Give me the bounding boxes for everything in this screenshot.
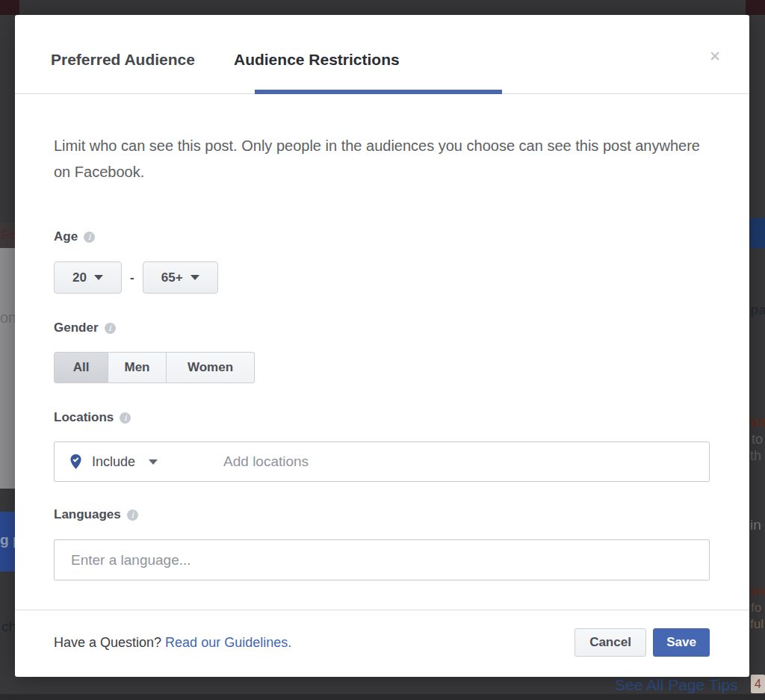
background-text-fragment: fo [751, 601, 761, 616]
gender-segmented-control: All Men Women [54, 352, 255, 383]
background-text-fragment: to [752, 432, 763, 447]
gender-option-women[interactable]: Women [167, 352, 255, 383]
dialog-footer: Have a Question? Read our Guidelines. Ca… [54, 610, 710, 657]
age-max-value: 65+ [161, 270, 183, 285]
gender-label: Gender [54, 320, 99, 335]
gender-option-men[interactable]: Men [108, 352, 167, 383]
background-text-fragment: in [750, 517, 761, 533]
info-icon[interactable]: i [105, 323, 116, 334]
dialog-description: Limit who can see this post. Only people… [54, 133, 711, 185]
info-icon[interactable]: i [127, 509, 138, 521]
age-min-value: 20 [72, 270, 87, 285]
locations-mode-dropdown[interactable]: Include [69, 453, 158, 470]
languages-input[interactable] [54, 539, 710, 580]
audience-restrictions-dialog: Preferred Audience Audience Restrictions… [15, 15, 749, 677]
footer-question-text: Have a Question? [54, 635, 165, 650]
background-text-fragment: on [750, 415, 765, 430]
save-button[interactable]: Save [653, 628, 710, 657]
background-blue-box-fragment [749, 218, 765, 248]
age-range-separator: - [130, 270, 134, 285]
languages-section: Languages i [54, 507, 710, 580]
background-text-fragment: ful [750, 617, 764, 632]
background-text-fragment: sts [749, 584, 765, 599]
age-min-dropdown[interactable]: 20 [54, 261, 122, 294]
locations-section: Locations i Include [54, 410, 710, 482]
dialog-tab-bar: Preferred Audience Audience Restrictions… [15, 15, 749, 94]
background-top-bar [0, 0, 765, 15]
footer-help-text: Have a Question? Read our Guidelines. [54, 635, 291, 651]
background-cover-corner-left [0, 0, 19, 15]
gender-option-all[interactable]: All [54, 352, 108, 383]
page-tips-count-badge: 4 [751, 675, 765, 693]
see-all-page-tips-link: See All Page Tips [615, 676, 738, 694]
tab-preferred-audience[interactable]: Preferred Audience [51, 51, 195, 69]
locations-label: Locations [54, 410, 114, 425]
age-max-dropdown[interactable]: 65+ [143, 261, 218, 294]
background-text-fragment: on [0, 309, 16, 326]
guidelines-link[interactable]: Read our Guidelines. [165, 635, 291, 650]
background-left-panel [0, 248, 15, 489]
location-pin-icon [69, 453, 82, 470]
background-text-fragment: pa [750, 302, 765, 318]
chevron-down-icon [191, 275, 199, 280]
close-icon[interactable]: ✕ [709, 49, 721, 64]
locations-input-container: Include [54, 442, 710, 482]
cancel-button[interactable]: Cancel [574, 628, 646, 657]
age-section: Age i 20 - 65+ [54, 229, 710, 294]
background-right-strip [749, 15, 765, 676]
background-text-fragment: th [750, 448, 761, 464]
tab-audience-restrictions[interactable]: Audience Restrictions [234, 51, 400, 69]
dialog-body: Limit who can see this post. Only people… [15, 133, 749, 657]
chevron-down-icon [149, 459, 158, 465]
info-icon[interactable]: i [84, 232, 95, 243]
background-cover-corner-right [746, 0, 765, 15]
chevron-down-icon [94, 275, 103, 280]
locations-input[interactable] [223, 442, 709, 481]
gender-section: Gender i All Men Women [54, 320, 710, 383]
info-icon[interactable]: i [120, 412, 131, 424]
age-label: Age [54, 229, 78, 244]
active-tab-underline [255, 90, 502, 94]
background-bottom-divider [0, 694, 765, 700]
languages-label: Languages [54, 507, 121, 522]
locations-mode-value: Include [92, 454, 135, 470]
